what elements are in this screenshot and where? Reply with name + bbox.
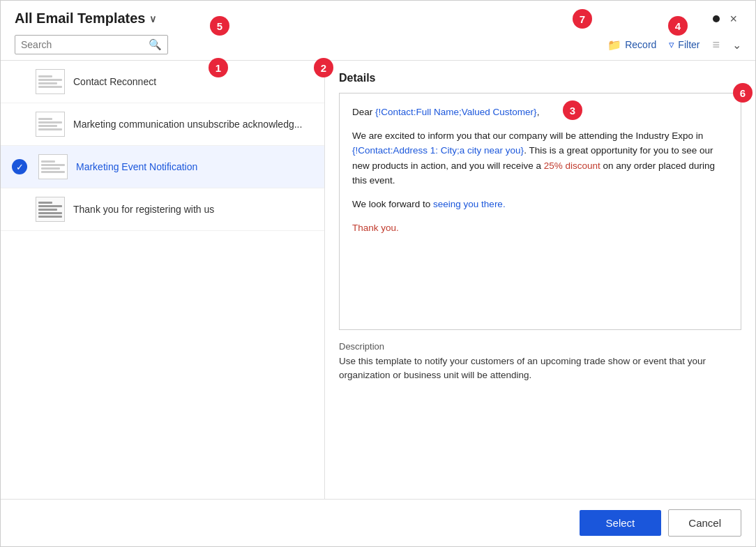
record-button[interactable]: 📁 Record — [607, 38, 656, 52]
filter-label: Filter — [678, 39, 700, 50]
template-icon-2 — [36, 112, 65, 137]
title-chevron-icon[interactable]: ∨ — [149, 13, 156, 24]
description-label: Description — [339, 341, 741, 352]
select-button[interactable]: Select — [580, 510, 662, 536]
toolbar-actions: 📁 Record ▿ Filter ≡ ⌄ — [607, 38, 741, 52]
title-text: All Email Templates — [15, 10, 145, 27]
template-name-4: Thank you for registering with us — [73, 204, 214, 215]
search-container: 🔍 — [15, 35, 168, 54]
close-button[interactable]: × — [725, 11, 741, 27]
check-mark-3: ✓ — [12, 159, 27, 174]
description-text: Use this template to notify your custome… — [339, 354, 741, 383]
dialog-header: All Email Templates ∨ × — [1, 1, 755, 32]
template-item-3[interactable]: ✓ Marketing Event Notification — [1, 146, 324, 188]
email-line-1: Dear {!Contact:Full Name;Valued Customer… — [352, 105, 728, 120]
filter-button[interactable]: ▿ Filter — [669, 38, 700, 51]
cancel-button[interactable]: Cancel — [668, 509, 741, 537]
dot-indicator — [713, 15, 720, 22]
chevron-down-icon[interactable]: ⌄ — [732, 38, 741, 52]
record-icon: 📁 — [607, 38, 621, 52]
template-name-2: Marketing communication unsubscribe ackn… — [73, 119, 302, 130]
main-content: Contact Reconnect Marketing communicatio… — [1, 60, 755, 499]
email-line-4: Thank you. — [352, 220, 728, 236]
toolbar-separator: ≡ — [712, 38, 720, 52]
template-name-1: Contact Reconnect — [73, 76, 156, 87]
filter-icon: ▿ — [669, 38, 674, 51]
template-icon-1 — [36, 69, 65, 94]
template-item-4[interactable]: Thank you for registering with us — [1, 188, 324, 231]
email-line-2: We are excited to inform you that our co… — [352, 128, 728, 188]
search-icon[interactable]: 🔍 — [149, 38, 162, 51]
template-name-3: Marketing Event Notification — [76, 161, 197, 172]
details-panel: Details Dear {!Contact:Full Name;Valued … — [325, 61, 755, 499]
highlight-discount: 25% discount — [544, 160, 600, 171]
template-item-2[interactable]: Marketing communication unsubscribe ackn… — [1, 103, 324, 146]
dialog-footer: Select Cancel — [1, 499, 755, 546]
field-tag-name: {!Contact:Full Name;Valued Customer} — [375, 107, 537, 117]
template-list: Contact Reconnect Marketing communicatio… — [1, 61, 325, 499]
email-line-3: We look forward to seeing you there. — [352, 197, 728, 212]
description-section: Description Use this template to notify … — [339, 341, 741, 383]
template-icon-3 — [38, 154, 68, 179]
details-label: Details — [339, 72, 741, 84]
record-label: Record — [625, 39, 656, 50]
email-templates-dialog: 1 2 3 4 5 6 7 All Email Templates ∨ × 🔍 … — [0, 0, 756, 547]
search-input[interactable] — [21, 39, 149, 50]
field-tag-seeing: seeing you there. — [433, 199, 506, 209]
field-tag-city: {!Contact:Address 1: City;a city near yo… — [352, 145, 524, 156]
email-preview[interactable]: Dear {!Contact:Full Name;Valued Customer… — [339, 93, 741, 330]
dialog-title: All Email Templates ∨ — [15, 10, 156, 27]
template-item-1[interactable]: Contact Reconnect — [1, 61, 324, 103]
template-icon-4 — [36, 197, 65, 222]
toolbar-row: 🔍 📁 Record ▿ Filter ≡ ⌄ — [1, 32, 755, 60]
